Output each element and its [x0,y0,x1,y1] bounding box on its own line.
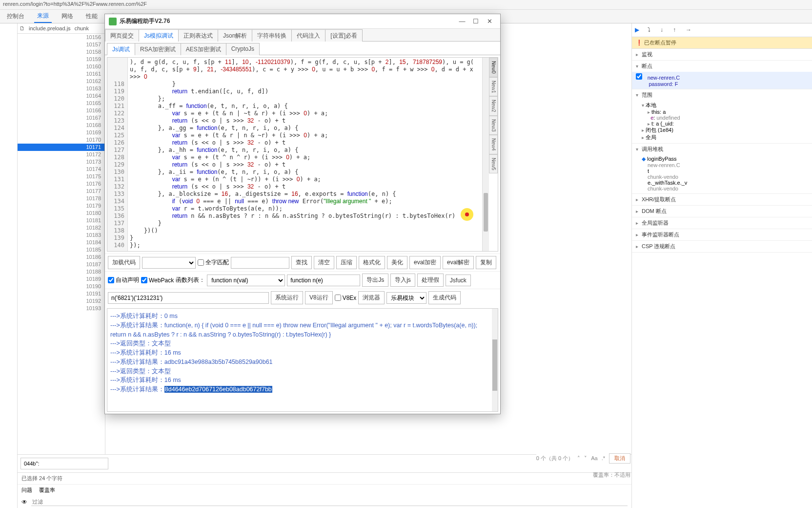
resume-icon[interactable]: ▶ [635,26,643,34]
step-into-icon[interactable]: ↓ [660,26,668,34]
app-icon [109,18,117,25]
scope-closure[interactable]: 闭包 (1e84) [642,127,808,134]
scope-local[interactable]: 本地 [642,102,808,109]
system-run-button[interactable]: 系统运行 [271,291,303,304]
line-number-gutter: 1015610157101581015910160101611016210163… [18,34,105,312]
subtab-cryptojs[interactable]: CryptoJs [226,43,260,55]
tab-js-debug[interactable]: Js模拟调试 [139,29,179,42]
regex-icon[interactable]: .* [602,455,605,461]
titlebar[interactable]: 乐易编程助手V2.76 — ☐ ✕ [105,14,500,29]
tab-inject[interactable]: 代码注入 [291,29,325,42]
func-select[interactable]: function n(val) [207,275,285,286]
load-combo[interactable] [142,257,196,269]
jsfuck-button[interactable]: Jsfuck [446,275,471,286]
step-icon[interactable]: → [686,26,693,34]
eye-icon[interactable]: 👁 [21,499,27,506]
eval-decrypt-button[interactable]: eval解密 [443,256,474,269]
load-code-button[interactable]: 加载代码 [108,256,140,269]
subtab-js[interactable]: Js调试 [107,43,135,55]
beautify-button[interactable]: 美化 [387,256,407,269]
prev-match-icon[interactable]: ˄ [577,455,580,462]
search-term-input[interactable] [231,257,289,269]
clear-button[interactable]: 清空 [314,256,334,269]
tab-web-submit[interactable]: 网页提交 [105,29,139,42]
search-input[interactable] [20,458,108,469]
breakpoint-item[interactable]: new-renren.C password: F [632,72,812,89]
tab-network[interactable]: 网络 [59,10,76,22]
cs-frame-1[interactable]: ◆ loginByPass [642,156,808,162]
webpack-checkbox[interactable]: WebPack [141,277,174,284]
v8-run-button[interactable]: V8运行 [305,291,333,304]
bp-checkbox[interactable] [636,73,642,80]
vertical-scrollbar[interactable] [482,58,489,251]
expression-input[interactable] [108,292,269,304]
subtab-aes[interactable]: AES加密测试 [181,43,226,55]
output-panel[interactable]: --->系统计算耗时：0 ms --->系统计算结果：function(e, n… [107,308,498,412]
module-select[interactable]: 乐易模块 [386,292,426,304]
tab-performance[interactable]: 性能 [83,10,101,22]
callstack-section[interactable]: 调用堆栈 [632,144,812,155]
tab-settings[interactable]: [设置]必看 [325,29,363,42]
scope-t[interactable]: t: a {_uid: [648,121,808,127]
func-name-input[interactable] [287,275,360,286]
subtab-rsa[interactable]: RSA加密测试 [135,43,181,55]
match-case[interactable]: Aa [591,455,597,461]
code-editor[interactable]: 1181191201211221231241251261271281291301… [107,57,498,252]
full-match-checkbox[interactable]: 全字匹配 [198,258,229,267]
tab-string[interactable]: 字符串转换 [252,29,292,42]
side-tab-new0[interactable]: New0 [489,58,498,77]
dom-breakpoints[interactable]: DOM 断点 [632,206,812,217]
step-out-icon[interactable]: ↑ [673,26,681,34]
generate-code-button[interactable]: 生成代码 [428,291,461,304]
watch-section[interactable]: 监视 [632,49,812,60]
search-results-bar: 0 个（共 0 个） ˄ ˅ Aa .* 取消 [536,451,630,465]
tab-console[interactable]: 控制台 [4,10,27,22]
side-tab-new3[interactable]: New3 [489,116,498,135]
export-js-lower-button[interactable]: 导入js [390,274,415,287]
cs-frame-3[interactable]: e._withTask.e._v [642,180,808,186]
event-listener-breakpoints[interactable]: 事件监听器断点 [632,229,812,240]
side-tab-new4[interactable]: New4 [489,135,498,154]
next-match-icon[interactable]: ˅ [584,455,587,462]
compress-button[interactable]: 压缩 [336,256,357,269]
scope-this[interactable]: this: a [648,109,808,115]
export-js-upper-button[interactable]: 导出Js [362,274,388,287]
side-tab-new2[interactable]: New2 [489,96,498,116]
maximize-button[interactable]: ☐ [469,17,483,26]
browser-button[interactable]: 浏览器 [358,291,385,304]
format-button[interactable]: 格式化 [359,256,385,269]
csp-breakpoints[interactable]: CSP 违规断点 [632,241,812,252]
cs-frame-3-src: chunk-vendo [642,186,808,191]
tab-issues[interactable]: 问题 [21,487,32,494]
breakpoints-section[interactable]: 断点 [632,61,812,72]
file-chunk[interactable]: chunk [75,25,89,31]
xhr-breakpoints[interactable]: XHR/提取断点 [632,194,812,205]
scope-section[interactable]: 范围 [632,89,812,101]
cs-frame-2[interactable]: t [642,168,808,174]
side-tab-new1[interactable]: New1 [489,77,498,97]
global-listeners[interactable]: 全局监听器 [632,217,812,229]
filter-input[interactable] [31,498,628,506]
copy-button[interactable]: 复制 [476,256,496,269]
close-button[interactable]: ✕ [483,17,496,26]
code-content[interactable]: ), d = g(d, c, u, f, s[p + 11], 10, -112… [128,58,498,251]
tab-sources[interactable]: 来源 [34,10,52,23]
auto-declare-checkbox[interactable]: 自动声明 [108,276,139,284]
v8ex-checkbox[interactable]: V8Ex [335,295,357,301]
eval-encrypt-button[interactable]: eval加密 [409,256,441,269]
find-button[interactable]: 查找 [291,256,312,269]
minimize-button[interactable]: — [455,17,469,26]
tab-coverage[interactable]: 覆盖率 [39,487,55,494]
toolbar-row-2: 自动声明 WebPack 函数列表： function n(val) 导出Js … [105,271,500,289]
handle-fake-button[interactable]: 处理假 [417,274,444,287]
scope-global[interactable]: 全局 [642,134,808,141]
out-line-5: --->系统计算结果：adbc91a43e988a3b5b745b8529a90… [110,358,495,367]
step-over-icon[interactable]: ⤵ [648,26,655,34]
tab-json[interactable]: Json解析 [218,29,252,42]
sub-tabs: Js调试 RSA加密测试 AES加密测试 CryptoJs [105,42,500,55]
output-scrollbar[interactable] [492,309,498,411]
cancel-button[interactable]: 取消 [609,453,630,464]
side-tab-new5[interactable]: New5 [489,154,498,174]
file-preload[interactable]: include.preload.js [29,25,71,31]
tab-regex[interactable]: 正则表达式 [178,29,218,42]
